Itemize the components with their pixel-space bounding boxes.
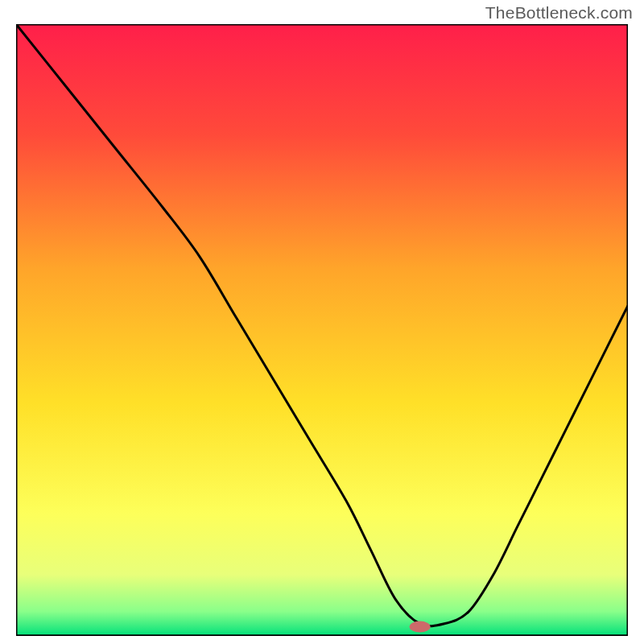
- watermark-text: TheBottleneck.com: [485, 3, 633, 23]
- plot-area: [16, 24, 628, 636]
- gradient-background: [16, 24, 628, 636]
- optimal-marker: [410, 621, 431, 633]
- chart-container: TheBottleneck.com: [0, 0, 644, 644]
- bottleneck-chart: [16, 24, 628, 636]
